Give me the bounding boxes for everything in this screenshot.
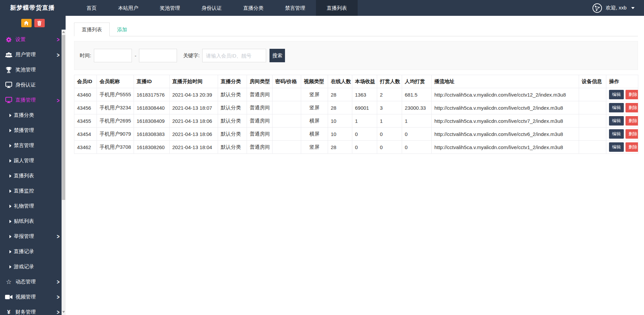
chevron-right-icon: > [57,233,60,240]
sidebar-item[interactable]: 直播记录 [0,244,66,259]
star-icon: ☆ [5,278,13,286]
sidebar-item[interactable]: 视频管理> [0,289,66,305]
sidebar-item[interactable]: 游戏记录 [0,259,66,274]
time-label: 时间: [80,53,91,59]
scroll-down-arrow[interactable] [62,310,66,314]
sidebar-item[interactable]: 直播列表 [0,168,66,183]
column-header: 操作 [606,75,638,88]
top-nav-item[interactable]: 身份认证 [191,0,232,16]
sidebar-item[interactable]: 直播分类 [0,108,66,123]
share-globe-icon[interactable] [592,3,602,13]
table-cell: 0 [402,141,432,154]
table-cell: http://cctvalih5ca.v.myalicdn.com/live/c… [432,128,579,141]
table-cell: 默认分类 [218,128,247,141]
sidebar-item[interactable]: 设置> [0,32,66,47]
sidebar-item[interactable]: 踢人管理 [0,153,66,168]
top-nav-item[interactable]: 本站用户 [107,0,149,16]
sidebar-item-label: 用户管理 [15,51,57,58]
top-nav: 首页本站用户奖池管理身份认证直播分类禁言管理直播列表 [76,0,358,16]
edit-button[interactable]: 编辑 [609,116,624,126]
trash-button[interactable] [34,19,45,27]
table-row: 43460手机用户555516183175762021-04-13 20:39默… [74,88,638,101]
keyword-input[interactable] [202,49,266,62]
search-button[interactable]: 搜索 [270,49,285,62]
top-nav-item[interactable]: 禁言管理 [274,0,316,16]
edit-button[interactable]: 编辑 [609,90,624,99]
sidebar-item-label: 踢人管理 [14,158,60,164]
sidebar-item-label: 贴纸列表 [14,218,60,224]
edit-button[interactable]: 编辑 [609,142,624,152]
delete-button[interactable]: 删除 [625,142,638,152]
top-nav-item[interactable]: 奖池管理 [149,0,191,16]
sidebar-item[interactable]: 贴纸列表 [0,214,66,229]
delete-button[interactable]: 删除 [625,129,638,139]
triangle-right-icon [9,114,11,117]
sidebar-item-label: 礼物管理 [14,203,60,209]
top-nav-item[interactable]: 直播列表 [316,0,358,16]
gears-icon [5,36,13,43]
table-cell: 竖屏 [301,141,328,154]
table-cell: 2021-04-13 18:06 [170,128,218,141]
top-nav-item[interactable]: 直播分类 [232,0,274,16]
triangle-right-icon [9,235,11,238]
column-header: 人均打赏 [402,75,432,88]
sidebar-item[interactable]: 禁播管理 [0,123,66,138]
camera-icon [5,293,13,301]
sidebar-item[interactable]: 礼物管理 [0,199,66,214]
table-cell: 1 [377,114,402,128]
column-header: 直播分类 [218,75,247,88]
table-cell: 69001 [352,101,377,114]
time-to-input[interactable] [139,49,177,62]
monitor-icon [5,81,13,89]
sidebar-scrollbar[interactable] [62,30,66,315]
tab-live-list[interactable]: 直播列表 [74,23,110,36]
table-cell: 2021-04-13 18:06 [170,114,218,128]
table-cell: 43454 [74,128,97,141]
sidebar-item[interactable]: ☆动态管理> [0,274,66,289]
user-menu[interactable]: 欢迎, xxb [592,0,644,16]
table-cell: 手机用户3708 [97,141,134,154]
scrollbar-thumb[interactable] [62,35,65,200]
row-actions: 编辑删除 [606,141,638,154]
sidebar-item[interactable]: 禁言管理 [0,138,66,153]
sidebar-item-label: 身份认证 [15,82,60,88]
sidebar-item[interactable]: 身份认证 [0,77,66,93]
sidebar-item[interactable]: 直播管理> [0,93,66,108]
table-cell: 0 [377,141,402,154]
time-from-input[interactable] [94,49,132,62]
table-cell: 2021-04-13 20:39 [170,88,218,101]
table-cell [273,141,301,154]
table-cell [579,114,606,128]
scroll-up-arrow[interactable] [62,30,66,34]
edit-button[interactable]: 编辑 [609,103,624,112]
top-nav-item[interactable]: 首页 [76,0,107,16]
delete-button[interactable]: 删除 [625,116,638,126]
sidebar-item[interactable]: 奖池管理 [0,62,66,77]
sidebar-item[interactable]: ¥财务管理> [0,305,66,315]
sidebar-item[interactable]: 直播监控 [0,183,66,199]
home-button[interactable] [21,19,32,27]
table-cell: 手机用户3234 [97,101,134,114]
tab-add[interactable]: 添加 [110,23,135,36]
table-cell [273,88,301,101]
table-cell: 43455 [74,114,97,128]
delete-button[interactable]: 删除 [625,90,638,99]
sidebar-item[interactable]: 用户管理> [0,47,66,62]
sidebar-item-label: 禁播管理 [14,127,60,134]
table-cell: 默认分类 [218,88,247,101]
sidebar-item[interactable]: 举报管理> [0,229,66,244]
table-cell: 1618308409 [134,114,170,128]
chevron-right-icon: > [57,293,60,301]
column-header: 会员ID [74,75,97,88]
delete-button[interactable]: 删除 [625,103,638,112]
sidebar: 设置>用户管理>奖池管理身份认证直播管理>直播分类禁播管理禁言管理踢人管理直播列… [0,16,66,315]
triangle-right-icon [9,205,11,208]
sidebar-quick-buttons [0,19,66,27]
table-cell: 1618317576 [134,88,170,101]
table-cell [579,88,606,101]
table-cell [273,128,301,141]
chevron-right-icon: > [57,278,60,285]
edit-button[interactable]: 编辑 [609,129,624,139]
table-header-row: 会员ID会员昵称直播ID直播开始时间直播分类房间类型密码/价格视频类型在线人数本… [74,75,638,88]
table-cell: 28 [328,101,352,114]
